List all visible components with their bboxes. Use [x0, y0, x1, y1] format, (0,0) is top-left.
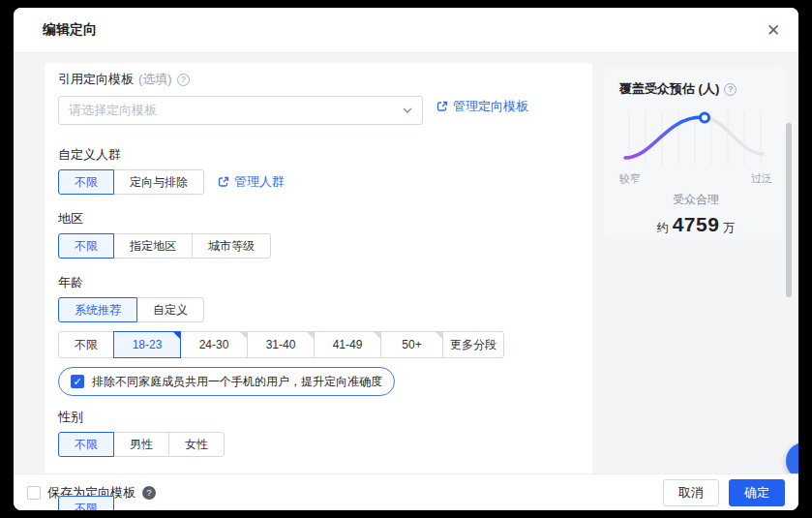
template-label-text: 引用定向模板: [58, 71, 134, 88]
age-range-group: 不限 18-23 24-30 31-40 41-49 50+ 更多分段: [58, 331, 592, 358]
audience-estimate-card: 覆盖受众预估 (人) ?: [604, 67, 786, 239]
save-template-checkbox[interactable]: [27, 486, 41, 500]
region-option-city-tier[interactable]: 城市等级: [192, 233, 271, 259]
edit-targeting-modal: 编辑定向 ✕ 引用定向模板(选填) ? 请选择定向模板 管理定向模板 自定义人: [14, 8, 798, 510]
age-mode-custom[interactable]: 自定义: [136, 297, 204, 322]
estimate-right-label: 过泛: [751, 171, 772, 186]
estimate-center-label: 受众合理: [619, 192, 772, 208]
vertical-scrollbar-thumb[interactable]: [786, 123, 792, 297]
targeting-form-panel: 引用定向模板(选填) ? 请选择定向模板 管理定向模板 自定义人群 不限 定向与…: [45, 63, 592, 473]
gender-option-female[interactable]: 女性: [168, 432, 225, 457]
age-label: 年龄: [58, 274, 592, 291]
age-range-more[interactable]: 更多分段: [442, 331, 504, 358]
manage-audience-link-text: 管理人群: [234, 173, 285, 191]
help-icon[interactable]: ?: [177, 74, 190, 86]
region-label: 地区: [58, 210, 592, 228]
custom-audience-option-unlimited[interactable]: 不限: [58, 169, 114, 195]
custom-audience-group: 不限 定向与排除: [58, 169, 204, 195]
modal-body: 引用定向模板(选填) ? 请选择定向模板 管理定向模板 自定义人群 不限 定向与…: [14, 53, 798, 473]
manage-template-link[interactable]: 管理定向模板: [436, 98, 528, 115]
custom-audience-option-include-exclude[interactable]: 定向与排除: [113, 169, 204, 195]
filter-option-unlimited[interactable]: 不限: [58, 496, 114, 510]
curve-active-segment: [625, 117, 702, 158]
gender-label: 性别: [58, 409, 592, 426]
estimate-title-text: 覆盖受众预估 (人): [619, 80, 719, 98]
gender-group: 不限 男性 女性: [58, 432, 592, 457]
gender-option-unlimited[interactable]: 不限: [58, 432, 114, 457]
external-link-icon: [218, 176, 229, 188]
template-select[interactable]: 请选择定向模板: [58, 96, 423, 125]
close-icon[interactable]: ✕: [764, 21, 783, 41]
exclude-shared-device-text: 排除不同家庭成员共用一个手机的用户，提升定向准确度: [92, 374, 382, 390]
age-range-50plus[interactable]: 50+: [380, 331, 443, 358]
exclude-shared-device-pill: ✓ 排除不同家庭成员共用一个手机的用户，提升定向准确度: [58, 367, 395, 396]
estimate-value-unit: 万: [723, 220, 735, 236]
estimate-value: 约 4759 万: [619, 213, 772, 236]
cancel-button[interactable]: 取消: [663, 479, 719, 506]
gender-option-male[interactable]: 男性: [113, 432, 169, 457]
age-range-31-40[interactable]: 31-40: [247, 331, 315, 358]
age-mode-group: 系统推荐 自定义: [58, 297, 592, 322]
region-option-unlimited[interactable]: 不限: [58, 233, 114, 259]
age-range-unlimited[interactable]: 不限: [58, 331, 114, 358]
confirm-button[interactable]: 确定: [729, 479, 785, 506]
modal-title: 编辑定向: [43, 21, 97, 39]
chevron-down-icon: [403, 107, 412, 113]
manage-template-link-text: 管理定向模板: [453, 98, 528, 115]
age-range-18-23[interactable]: 18-23: [113, 331, 181, 358]
region-group: 不限 指定地区 城市等级: [58, 233, 592, 259]
age-range-24-30[interactable]: 24-30: [180, 331, 248, 358]
help-icon-filled[interactable]: ?: [142, 486, 156, 500]
estimate-left-label: 较窄: [619, 171, 641, 186]
age-range-41-49[interactable]: 41-49: [314, 331, 381, 358]
external-link-icon: [436, 101, 448, 112]
estimate-value-prefix: 约: [657, 220, 669, 236]
template-select-placeholder: 请选择定向模板: [69, 102, 157, 119]
audience-estimate-curve-chart: [619, 107, 770, 171]
help-icon[interactable]: ?: [724, 83, 737, 96]
region-option-specified[interactable]: 指定地区: [113, 233, 193, 259]
chart-gridlines: [629, 111, 761, 166]
checkbox-checked-icon[interactable]: ✓: [71, 375, 84, 388]
custom-audience-label: 自定义人群: [58, 146, 592, 164]
estimate-title: 覆盖受众预估 (人) ?: [619, 80, 772, 98]
age-mode-system[interactable]: 系统推荐: [58, 297, 137, 322]
estimate-value-number: 4759: [673, 213, 720, 236]
template-label-optional: (选填): [138, 71, 172, 88]
modal-footer: 保存为定向模板 ? 取消 确定: [14, 473, 798, 510]
manage-audience-link[interactable]: 管理人群: [218, 173, 285, 191]
curve-peak-marker: [701, 113, 709, 122]
template-section-label: 引用定向模板(选填) ?: [58, 71, 592, 88]
modal-header: 编辑定向 ✕: [14, 8, 798, 53]
